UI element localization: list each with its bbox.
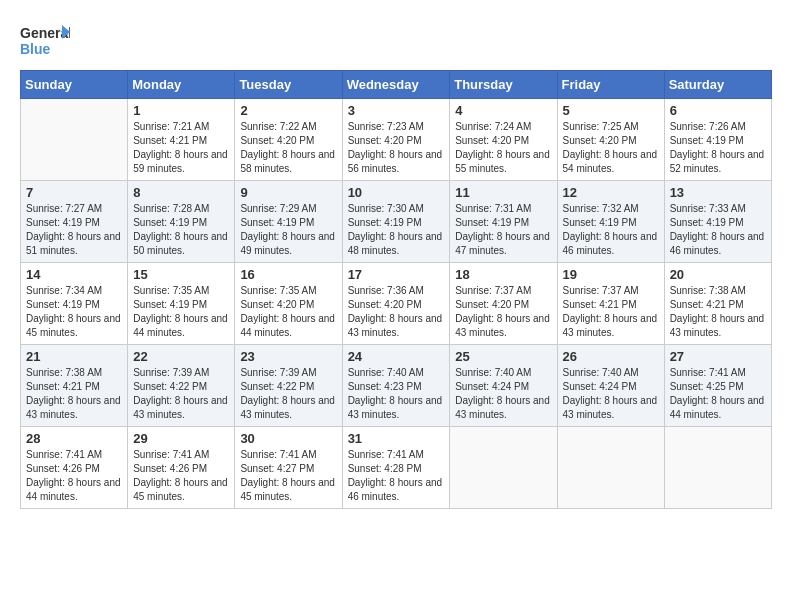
calendar-cell: 25Sunrise: 7:40 AMSunset: 4:24 PMDayligh… bbox=[450, 345, 557, 427]
cell-text: Sunrise: 7:22 AMSunset: 4:20 PMDaylight:… bbox=[240, 120, 336, 176]
calendar-cell bbox=[450, 427, 557, 509]
cell-text: Sunrise: 7:35 AMSunset: 4:19 PMDaylight:… bbox=[133, 284, 229, 340]
week-row-2: 7Sunrise: 7:27 AMSunset: 4:19 PMDaylight… bbox=[21, 181, 772, 263]
week-row-4: 21Sunrise: 7:38 AMSunset: 4:21 PMDayligh… bbox=[21, 345, 772, 427]
day-number: 24 bbox=[348, 349, 445, 364]
day-number: 1 bbox=[133, 103, 229, 118]
cell-text: Sunrise: 7:31 AMSunset: 4:19 PMDaylight:… bbox=[455, 202, 551, 258]
calendar-cell bbox=[664, 427, 771, 509]
cell-text: Sunrise: 7:38 AMSunset: 4:21 PMDaylight:… bbox=[26, 366, 122, 422]
cell-text: Sunrise: 7:38 AMSunset: 4:21 PMDaylight:… bbox=[670, 284, 766, 340]
header-tuesday: Tuesday bbox=[235, 71, 342, 99]
day-number: 15 bbox=[133, 267, 229, 282]
week-row-3: 14Sunrise: 7:34 AMSunset: 4:19 PMDayligh… bbox=[21, 263, 772, 345]
calendar-table: SundayMondayTuesdayWednesdayThursdayFrid… bbox=[20, 70, 772, 509]
day-number: 17 bbox=[348, 267, 445, 282]
header-friday: Friday bbox=[557, 71, 664, 99]
calendar-cell: 2Sunrise: 7:22 AMSunset: 4:20 PMDaylight… bbox=[235, 99, 342, 181]
day-number: 12 bbox=[563, 185, 659, 200]
day-number: 16 bbox=[240, 267, 336, 282]
cell-text: Sunrise: 7:32 AMSunset: 4:19 PMDaylight:… bbox=[563, 202, 659, 258]
calendar-cell: 21Sunrise: 7:38 AMSunset: 4:21 PMDayligh… bbox=[21, 345, 128, 427]
cell-text: Sunrise: 7:40 AMSunset: 4:24 PMDaylight:… bbox=[455, 366, 551, 422]
logo: GeneralBlue bbox=[20, 20, 70, 60]
calendar-cell: 10Sunrise: 7:30 AMSunset: 4:19 PMDayligh… bbox=[342, 181, 450, 263]
day-number: 4 bbox=[455, 103, 551, 118]
cell-text: Sunrise: 7:35 AMSunset: 4:20 PMDaylight:… bbox=[240, 284, 336, 340]
calendar-cell: 3Sunrise: 7:23 AMSunset: 4:20 PMDaylight… bbox=[342, 99, 450, 181]
day-number: 2 bbox=[240, 103, 336, 118]
calendar-cell: 26Sunrise: 7:40 AMSunset: 4:24 PMDayligh… bbox=[557, 345, 664, 427]
header: GeneralBlue bbox=[20, 20, 772, 60]
day-number: 28 bbox=[26, 431, 122, 446]
day-number: 8 bbox=[133, 185, 229, 200]
cell-text: Sunrise: 7:21 AMSunset: 4:21 PMDaylight:… bbox=[133, 120, 229, 176]
cell-text: Sunrise: 7:39 AMSunset: 4:22 PMDaylight:… bbox=[240, 366, 336, 422]
calendar-cell: 30Sunrise: 7:41 AMSunset: 4:27 PMDayligh… bbox=[235, 427, 342, 509]
cell-text: Sunrise: 7:41 AMSunset: 4:25 PMDaylight:… bbox=[670, 366, 766, 422]
cell-text: Sunrise: 7:33 AMSunset: 4:19 PMDaylight:… bbox=[670, 202, 766, 258]
calendar-cell: 1Sunrise: 7:21 AMSunset: 4:21 PMDaylight… bbox=[128, 99, 235, 181]
calendar-cell: 18Sunrise: 7:37 AMSunset: 4:20 PMDayligh… bbox=[450, 263, 557, 345]
week-row-1: 1Sunrise: 7:21 AMSunset: 4:21 PMDaylight… bbox=[21, 99, 772, 181]
cell-text: Sunrise: 7:37 AMSunset: 4:20 PMDaylight:… bbox=[455, 284, 551, 340]
cell-text: Sunrise: 7:41 AMSunset: 4:26 PMDaylight:… bbox=[26, 448, 122, 504]
cell-text: Sunrise: 7:39 AMSunset: 4:22 PMDaylight:… bbox=[133, 366, 229, 422]
calendar-cell: 31Sunrise: 7:41 AMSunset: 4:28 PMDayligh… bbox=[342, 427, 450, 509]
header-monday: Monday bbox=[128, 71, 235, 99]
cell-text: Sunrise: 7:30 AMSunset: 4:19 PMDaylight:… bbox=[348, 202, 445, 258]
calendar-cell: 14Sunrise: 7:34 AMSunset: 4:19 PMDayligh… bbox=[21, 263, 128, 345]
calendar-cell: 6Sunrise: 7:26 AMSunset: 4:19 PMDaylight… bbox=[664, 99, 771, 181]
calendar-cell: 28Sunrise: 7:41 AMSunset: 4:26 PMDayligh… bbox=[21, 427, 128, 509]
cell-text: Sunrise: 7:25 AMSunset: 4:20 PMDaylight:… bbox=[563, 120, 659, 176]
logo-blue-text: Blue bbox=[20, 41, 51, 57]
calendar-cell: 13Sunrise: 7:33 AMSunset: 4:19 PMDayligh… bbox=[664, 181, 771, 263]
day-number: 13 bbox=[670, 185, 766, 200]
calendar-cell: 7Sunrise: 7:27 AMSunset: 4:19 PMDaylight… bbox=[21, 181, 128, 263]
cell-text: Sunrise: 7:41 AMSunset: 4:27 PMDaylight:… bbox=[240, 448, 336, 504]
cell-text: Sunrise: 7:29 AMSunset: 4:19 PMDaylight:… bbox=[240, 202, 336, 258]
day-number: 25 bbox=[455, 349, 551, 364]
day-number: 18 bbox=[455, 267, 551, 282]
cell-text: Sunrise: 7:37 AMSunset: 4:21 PMDaylight:… bbox=[563, 284, 659, 340]
calendar-cell: 8Sunrise: 7:28 AMSunset: 4:19 PMDaylight… bbox=[128, 181, 235, 263]
day-number: 10 bbox=[348, 185, 445, 200]
calendar-cell: 17Sunrise: 7:36 AMSunset: 4:20 PMDayligh… bbox=[342, 263, 450, 345]
calendar-cell: 19Sunrise: 7:37 AMSunset: 4:21 PMDayligh… bbox=[557, 263, 664, 345]
calendar-cell bbox=[557, 427, 664, 509]
day-number: 26 bbox=[563, 349, 659, 364]
calendar-cell: 22Sunrise: 7:39 AMSunset: 4:22 PMDayligh… bbox=[128, 345, 235, 427]
calendar-cell: 24Sunrise: 7:40 AMSunset: 4:23 PMDayligh… bbox=[342, 345, 450, 427]
header-saturday: Saturday bbox=[664, 71, 771, 99]
day-number: 19 bbox=[563, 267, 659, 282]
day-number: 21 bbox=[26, 349, 122, 364]
calendar-cell: 5Sunrise: 7:25 AMSunset: 4:20 PMDaylight… bbox=[557, 99, 664, 181]
calendar-cell: 12Sunrise: 7:32 AMSunset: 4:19 PMDayligh… bbox=[557, 181, 664, 263]
logo-svg: GeneralBlue bbox=[20, 20, 70, 60]
cell-text: Sunrise: 7:36 AMSunset: 4:20 PMDaylight:… bbox=[348, 284, 445, 340]
day-number: 11 bbox=[455, 185, 551, 200]
calendar-cell: 11Sunrise: 7:31 AMSunset: 4:19 PMDayligh… bbox=[450, 181, 557, 263]
day-number: 29 bbox=[133, 431, 229, 446]
day-number: 14 bbox=[26, 267, 122, 282]
calendar-cell: 4Sunrise: 7:24 AMSunset: 4:20 PMDaylight… bbox=[450, 99, 557, 181]
day-number: 9 bbox=[240, 185, 336, 200]
cell-text: Sunrise: 7:41 AMSunset: 4:26 PMDaylight:… bbox=[133, 448, 229, 504]
calendar-cell: 27Sunrise: 7:41 AMSunset: 4:25 PMDayligh… bbox=[664, 345, 771, 427]
header-sunday: Sunday bbox=[21, 71, 128, 99]
day-number: 23 bbox=[240, 349, 336, 364]
calendar-cell: 23Sunrise: 7:39 AMSunset: 4:22 PMDayligh… bbox=[235, 345, 342, 427]
cell-text: Sunrise: 7:40 AMSunset: 4:23 PMDaylight:… bbox=[348, 366, 445, 422]
calendar-cell bbox=[21, 99, 128, 181]
cell-text: Sunrise: 7:28 AMSunset: 4:19 PMDaylight:… bbox=[133, 202, 229, 258]
cell-text: Sunrise: 7:23 AMSunset: 4:20 PMDaylight:… bbox=[348, 120, 445, 176]
cell-text: Sunrise: 7:34 AMSunset: 4:19 PMDaylight:… bbox=[26, 284, 122, 340]
header-thursday: Thursday bbox=[450, 71, 557, 99]
calendar-cell: 15Sunrise: 7:35 AMSunset: 4:19 PMDayligh… bbox=[128, 263, 235, 345]
day-number: 27 bbox=[670, 349, 766, 364]
calendar-header-row: SundayMondayTuesdayWednesdayThursdayFrid… bbox=[21, 71, 772, 99]
calendar-cell: 20Sunrise: 7:38 AMSunset: 4:21 PMDayligh… bbox=[664, 263, 771, 345]
week-row-5: 28Sunrise: 7:41 AMSunset: 4:26 PMDayligh… bbox=[21, 427, 772, 509]
day-number: 30 bbox=[240, 431, 336, 446]
day-number: 7 bbox=[26, 185, 122, 200]
